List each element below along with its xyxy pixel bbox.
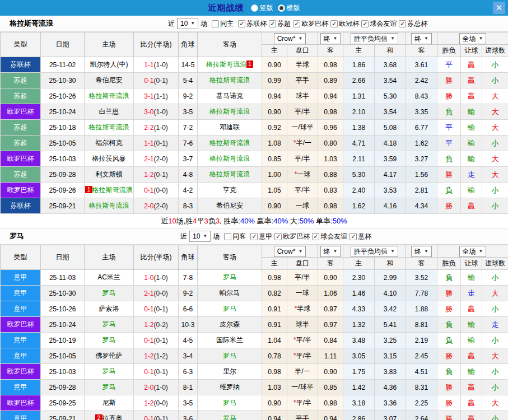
handicap-odds-cell: 0.97 [318, 301, 343, 317]
goals-result-cell: 大 [482, 167, 508, 183]
fulltime-score: 0-1 [144, 368, 153, 376]
league-checkbox-checked[interactable]: ✓ [269, 20, 276, 27]
score-cell: 3-1(1-1) [134, 88, 179, 104]
horizontal-layout-label[interactable]: 横版 [287, 3, 300, 13]
horizontal-layout-radio[interactable] [278, 4, 285, 12]
team-name: 罗马 [102, 367, 116, 375]
fulltime-score: 1-1 [144, 61, 153, 69]
col-header-score: 比分(半场) [134, 32, 179, 57]
league-checkbox-checked[interactable]: ✓ [293, 20, 300, 27]
goals-result-cell: 大 [482, 348, 508, 364]
fulltime-score: 2-1 [144, 290, 153, 297]
result-cell: 勝 [437, 73, 461, 88]
team-name: 尼斯 [102, 399, 116, 407]
europe-odds-cell: 2.30 [343, 270, 375, 286]
league-checkbox-checked[interactable]: ✓ [238, 20, 245, 27]
europe-odds-cell: 3.27 [406, 151, 437, 167]
europe-odds-cell: 8.31 [406, 380, 437, 395]
score-cell: 0-1(0-1) [134, 411, 179, 420]
result-cell: 勝 [437, 380, 461, 395]
europe-odds-cell: 4.51 [406, 364, 437, 380]
europe-odds-cell: 3.18 [343, 395, 375, 411]
fulltime-score: 1-0 [144, 274, 153, 282]
corner-cell: 7-8 [179, 270, 198, 286]
result-cell: 勝 [437, 286, 461, 301]
league-checkbox-checked[interactable]: ✓ [250, 233, 258, 240]
league-filter: ✓欧冠杯 [330, 19, 359, 29]
halftime-score: (0-0) [154, 290, 168, 297]
col-header-away: 客场 [198, 245, 262, 270]
avg-odds-dropdown[interactable]: 胜平负均值 ▼ [351, 246, 398, 257]
match-row: 意甲25-10-26萨索洛0-1(0-1)6-6罗马0.91*半球0.974.3… [1, 301, 508, 317]
corner-cell: 3-7 [179, 151, 198, 167]
scope-dropdown[interactable]: 全场 ▼ [459, 246, 487, 257]
handicap-result-cell: 輸 [461, 151, 482, 167]
europe-odds-cell: 3.42 [375, 301, 406, 317]
same-venue-checkbox[interactable] [224, 233, 231, 240]
avg-odds-dropdown[interactable]: 胜平负均值 ▼ [351, 33, 398, 44]
team-name: 里尔 [223, 367, 236, 375]
league-checkbox-checked[interactable]: ✓ [274, 233, 282, 240]
handicap-odds-cell: 半球 [287, 57, 318, 73]
team-name: 利文斯顿 [96, 170, 123, 178]
odds-company-dropdown[interactable]: Crow* ▼ [274, 33, 306, 44]
fulltime-score: 0-1 [144, 415, 153, 420]
handicap-odds-cell: 0.97 [318, 317, 343, 333]
score-cell: 3-0(1-0) [134, 104, 179, 120]
summary-segment: 40% [240, 217, 255, 225]
league-checkbox-checked[interactable]: ✓ [399, 20, 406, 27]
league-filter: ✓意甲 [250, 232, 272, 241]
handicap-odds-cell: 0.90 [262, 395, 287, 411]
match-row: 苏联杯25-09-21格拉斯哥流浪2-0(2-0)8-3希伯尼安0.90一球0.… [1, 198, 508, 214]
handicap-odds-cell: 0.88 [318, 167, 343, 183]
league-checkbox-checked[interactable]: ✓ [361, 20, 369, 27]
final-odds-dropdown[interactable]: 终 ▼ [320, 33, 341, 44]
close-button[interactable]: ✕ [493, 2, 505, 14]
final-odds-dropdown-2[interactable]: 终 ▼ [411, 246, 432, 257]
date-cell: 25-10-19 [41, 333, 85, 348]
goals-result-cell: 小 [482, 183, 508, 198]
league-filter-group: ✓意甲✓欧罗巴杯✓球会友谊✓意杯 [248, 232, 371, 241]
vertical-layout-radio[interactable] [251, 4, 258, 12]
league-checkbox-checked[interactable]: ✓ [349, 233, 357, 240]
summary-segment: 10 [168, 217, 176, 225]
subcol-ah-line: 盘口 [287, 45, 318, 57]
col-header-date: 日期 [41, 245, 85, 270]
vertical-layout-label[interactable]: 竖版 [260, 3, 273, 13]
same-venue-checkbox[interactable] [212, 20, 219, 27]
halftime-score: (1-0) [154, 274, 168, 282]
goals-result-cell: 大 [482, 88, 508, 104]
corner-cell: 3-4 [179, 348, 198, 364]
odds-company-dropdown[interactable]: Crow* ▼ [274, 246, 306, 257]
corner-cell: 7-6 [179, 136, 198, 151]
match-count-dropdown[interactable]: 10 ▼ [189, 231, 211, 242]
subcol-eu-draw: 和 [375, 258, 406, 270]
halftime-score: (0-1) [154, 368, 168, 376]
league-checkbox-checked[interactable]: ✓ [312, 233, 319, 240]
europe-odds-cell: 3.54 [375, 73, 406, 88]
europe-odds-cell: 4.16 [375, 198, 406, 214]
handicap-odds-cell: 0.98 [318, 57, 343, 73]
handicap-odds-cell: 0.89 [318, 73, 343, 88]
team-name: 帕尔马 [220, 289, 240, 297]
scope-dropdown[interactable]: 全场 ▼ [459, 33, 487, 44]
subcol-handicap-result: 让球 [461, 45, 482, 57]
team-name: 希伯尼安 [216, 202, 243, 209]
final-odds-dropdown-2[interactable]: 终 ▼ [411, 33, 432, 44]
match-row: 意甲25-09-212拉齐奥0-1(0-1)3-6罗马0.94平手0.942.8… [1, 411, 508, 420]
europe-odds-cell: 5.08 [375, 120, 406, 136]
europe-odds-cell: 2.45 [406, 348, 437, 364]
competition-badge: 意甲 [1, 270, 41, 286]
league-checkbox-checked[interactable]: ✓ [330, 20, 338, 27]
league-filter: ✓球会友谊 [312, 232, 347, 241]
match-count-dropdown[interactable]: 10 ▼ [177, 18, 198, 29]
final-odds-dropdown[interactable]: 终 ▼ [320, 246, 341, 257]
score-cell: 1-2(0-0) [134, 395, 179, 411]
score-cell: 0-1(0-1) [134, 73, 179, 88]
col-header-home: 主场 [85, 32, 134, 57]
score-cell: 2-1(2-0) [134, 151, 179, 167]
date-cell: 25-11-03 [41, 270, 85, 286]
games-label: 场 [213, 232, 220, 241]
away-team-cell: 格拉斯哥流浪 [198, 73, 262, 88]
result-cell: 勝 [437, 198, 461, 214]
